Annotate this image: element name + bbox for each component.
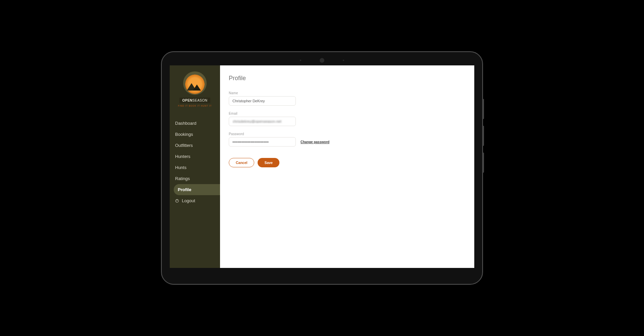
brand-tagline: FIND IT BOOK IT HUNT IT xyxy=(178,105,212,107)
field-group-name: Name xyxy=(229,91,466,106)
form-actions: Cancel Save xyxy=(229,158,466,167)
sidebar-item-dashboard[interactable]: Dashboard xyxy=(170,118,220,129)
field-group-password: Password Change password xyxy=(229,132,466,147)
sidebar-item-bookings[interactable]: Bookings xyxy=(170,129,220,140)
sidebar-item-label: Ratings xyxy=(175,176,190,181)
logo-badge-icon xyxy=(183,71,207,95)
main-content: Profile Name Email Password Change passw… xyxy=(220,65,474,268)
email-input[interactable] xyxy=(229,117,296,126)
name-label: Name xyxy=(229,91,466,95)
sidebar-item-hunters[interactable]: Hunters xyxy=(170,151,220,162)
sidebar-item-label: Outfitters xyxy=(175,143,193,148)
sidebar: OPENSEASON FIND IT BOOK IT HUNT IT Dashb… xyxy=(170,65,220,268)
sidebar-item-ratings[interactable]: Ratings xyxy=(170,173,220,184)
password-input[interactable] xyxy=(229,137,296,147)
sidebar-item-profile[interactable]: Profile xyxy=(174,184,220,195)
field-group-email: Email xyxy=(229,112,466,126)
sidebar-item-label: Dashboard xyxy=(175,121,197,126)
sidebar-nav: Dashboard Bookings Outfitters Hunters Hu… xyxy=(170,118,220,206)
sidebar-item-label: Profile xyxy=(178,187,191,192)
sidebar-item-hunts[interactable]: Hunts xyxy=(170,162,220,173)
sidebar-item-label: Hunters xyxy=(175,154,191,159)
name-input[interactable] xyxy=(229,96,296,106)
sidebar-item-logout[interactable]: Logout xyxy=(170,195,220,206)
email-label: Email xyxy=(229,112,466,115)
tablet-frame: OPENSEASON FIND IT BOOK IT HUNT IT Dashb… xyxy=(161,51,483,285)
logout-icon xyxy=(175,199,179,203)
change-password-link[interactable]: Change password xyxy=(301,140,329,144)
brand-logo: OPENSEASON FIND IT BOOK IT HUNT IT xyxy=(170,65,220,110)
sidebar-item-label: Hunts xyxy=(175,165,186,170)
sidebar-item-outfitters[interactable]: Outfitters xyxy=(170,140,220,151)
save-button[interactable]: Save xyxy=(258,158,279,167)
sidebar-item-label: Bookings xyxy=(175,132,193,137)
app-screen: OPENSEASON FIND IT BOOK IT HUNT IT Dashb… xyxy=(170,65,474,268)
page-title: Profile xyxy=(229,75,466,82)
sidebar-item-label: Logout xyxy=(182,198,195,203)
cancel-button[interactable]: Cancel xyxy=(229,158,254,167)
password-label: Password xyxy=(229,132,466,136)
brand-name: OPENSEASON xyxy=(179,98,210,103)
